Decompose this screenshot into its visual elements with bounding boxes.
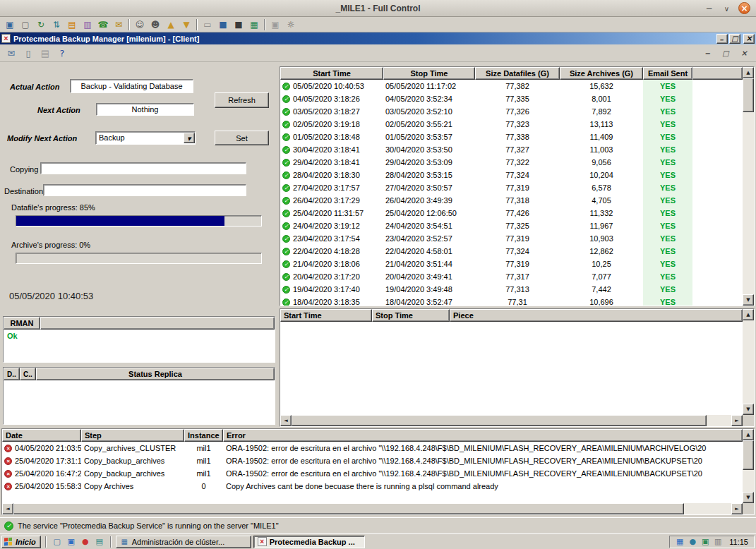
error-row[interactable]: 25/04/2020 15:58:39 Copy Archives 0 Copy… xyxy=(2,480,743,493)
backup-row[interactable]: 20/04/2020 3:17:20 20/04/2020 3:49:41 77… xyxy=(280,270,743,283)
scroll-up-button[interactable] xyxy=(743,309,754,320)
blank-screen-icon[interactable]: ▭ xyxy=(200,18,215,31)
app-maximize-button[interactable] xyxy=(729,34,740,44)
tray-network-icon[interactable]: ▥ xyxy=(712,536,724,548)
error-row[interactable]: 25/04/2020 16:47:24 Copy_backup_archives… xyxy=(2,467,743,480)
quick-launch-internet-icon[interactable]: ▣ xyxy=(65,536,78,548)
next-action-field[interactable]: Nothing xyxy=(96,103,194,116)
rman-column-header[interactable]: RMAN xyxy=(4,317,40,330)
column-piece[interactable]: Piece xyxy=(450,309,743,322)
call-host-icon[interactable]: ☎ xyxy=(96,18,110,31)
backup-row[interactable]: 22/04/2020 4:18:28 22/04/2020 4:58:01 77… xyxy=(280,245,743,258)
remote-close-button[interactable] xyxy=(738,2,750,14)
backup-row[interactable]: 25/04/2020 11:31:57 25/04/2020 12:06:50 … xyxy=(280,207,743,219)
scroll-thumb[interactable] xyxy=(292,415,707,426)
modify-next-action-select[interactable]: Backup xyxy=(95,131,196,145)
copying-field[interactable] xyxy=(40,162,246,174)
backup-row[interactable]: 24/04/2020 3:19:12 24/04/2020 3:54:51 77… xyxy=(280,219,743,232)
scroll-up-button[interactable] xyxy=(743,67,754,78)
scroll-down-button[interactable] xyxy=(743,294,754,306)
error-row[interactable]: 04/05/2020 21:03:57 Copy_archives_CLUSTE… xyxy=(2,442,743,454)
app-titlebar[interactable]: Protecmedia Backup Manager [milenium] - … xyxy=(0,32,756,44)
column-size-datafiles[interactable]: Size Datafiles (G) xyxy=(475,67,560,80)
mdi-minimize-button[interactable] xyxy=(702,48,712,58)
scroll-left-button[interactable] xyxy=(2,503,13,514)
scroll-thumb[interactable] xyxy=(743,78,754,112)
shared-session-icon[interactable]: ☻ xyxy=(148,18,162,31)
help-icon[interactable]: ? xyxy=(54,46,70,60)
column-error[interactable]: Error xyxy=(223,429,743,442)
pieces-horizontal-scrollbar[interactable] xyxy=(280,415,743,426)
backup-row[interactable]: 01/05/2020 3:18:48 01/05/2020 3:53:57 77… xyxy=(280,131,743,143)
errors-vertical-scrollbar[interactable] xyxy=(743,429,754,503)
backup-row[interactable]: 18/04/2020 3:18:35 18/04/2020 3:52:47 77… xyxy=(280,296,743,306)
column-step[interactable]: Step xyxy=(81,429,184,442)
scroll-thumb[interactable] xyxy=(743,440,754,470)
fullscreen-icon[interactable]: ■ xyxy=(216,18,230,31)
copy-screen-icon[interactable]: ▣ xyxy=(268,18,282,31)
replica-column-c[interactable]: C.. xyxy=(20,368,36,380)
set-button[interactable]: Set xyxy=(215,131,269,145)
remote-titlebar[interactable]: _MILE1 - Full Control xyxy=(0,0,756,17)
column-date[interactable]: Date xyxy=(2,429,81,442)
backup-row[interactable]: 19/04/2020 3:17:40 19/04/2020 3:49:48 77… xyxy=(280,283,743,296)
error-row[interactable]: 25/04/2020 17:31:10 Copy_backup_archives… xyxy=(2,454,743,467)
scroll-down-button[interactable] xyxy=(743,404,754,415)
scroll-left-button[interactable] xyxy=(280,415,292,426)
backups-vertical-scrollbar[interactable] xyxy=(743,67,754,306)
quick-launch-explorer-icon[interactable]: ▤ xyxy=(93,536,106,548)
chat-icon[interactable]: ✉ xyxy=(112,18,126,31)
new-connection-icon[interactable]: ▢ xyxy=(18,18,32,31)
quick-launch-media-player-icon[interactable]: ● xyxy=(79,536,92,548)
scroll-down-button[interactable] xyxy=(743,492,754,503)
scroll-up-button[interactable] xyxy=(743,429,754,440)
backup-row[interactable]: 30/04/2020 3:18:41 30/04/2020 3:53:50 77… xyxy=(280,143,743,156)
pieces-vertical-scrollbar[interactable] xyxy=(743,309,754,415)
backup-row[interactable]: 02/05/2020 3:19:18 02/05/2020 3:55:21 77… xyxy=(280,118,743,131)
replica-column-d[interactable]: D.. xyxy=(4,368,20,380)
scroll-right-button[interactable] xyxy=(731,415,743,426)
scroll-right-button[interactable] xyxy=(731,503,743,514)
task-button-cluster-admin[interactable]: Administración de clúster... xyxy=(116,536,251,548)
column-instance[interactable]: Instance xyxy=(184,429,223,442)
settings-icon[interactable]: ☼ xyxy=(284,18,298,31)
view-only-icon[interactable]: ■ xyxy=(232,18,246,31)
backup-row[interactable]: 05/05/2020 10:40:53 05/05/2020 11:17:02 … xyxy=(280,80,743,92)
backup-row[interactable]: 26/04/2020 3:17:29 26/04/2020 3:49:39 77… xyxy=(280,194,743,207)
destination-field[interactable] xyxy=(43,184,246,196)
column-size-archives[interactable]: Size Archives (G) xyxy=(560,67,643,80)
mdi-close-button[interactable] xyxy=(739,48,749,58)
tray-display-icon[interactable]: ▣ xyxy=(700,536,711,548)
backup-row[interactable]: 23/04/2020 3:17:54 23/04/2020 3:52:57 77… xyxy=(280,232,743,245)
app-minimize-button[interactable] xyxy=(716,34,728,44)
backup-row[interactable]: 28/04/2020 3:18:30 28/04/2020 3:53:15 77… xyxy=(280,169,743,181)
remote-minimize-button[interactable] xyxy=(703,2,715,14)
connection-info-icon[interactable]: ▣ xyxy=(3,18,17,31)
remote-restore-button[interactable] xyxy=(721,2,733,14)
send-custom-keys-icon[interactable]: ▤ xyxy=(65,18,79,31)
tray-scheduler-icon[interactable]: ▦ xyxy=(674,536,685,548)
backup-row[interactable]: 27/04/2020 3:17:57 27/04/2020 3:50:57 77… xyxy=(280,181,743,194)
app-icon[interactable] xyxy=(1,34,11,43)
mdi-restore-button[interactable] xyxy=(721,48,731,58)
backup-row[interactable]: 29/04/2020 3:18:41 29/04/2020 3:53:09 77… xyxy=(280,156,743,169)
column-piece-stop-time[interactable]: Stop Time xyxy=(372,309,450,322)
backup-row[interactable]: 21/04/2020 3:18:06 21/04/2020 3:51:44 77… xyxy=(280,258,743,270)
errors-horizontal-scrollbar[interactable] xyxy=(2,503,743,514)
actual-action-field[interactable]: Backup - Validating Database xyxy=(70,79,193,93)
replica-column-status[interactable]: Status Replica xyxy=(36,368,275,380)
delete-icon[interactable]: ▯ xyxy=(20,46,36,60)
start-button[interactable]: Inicio xyxy=(1,536,41,548)
refresh-screen-icon[interactable]: ↻ xyxy=(34,18,48,31)
backup-row[interactable]: 03/05/2020 3:18:27 03/05/2020 3:52:10 77… xyxy=(280,105,743,118)
column-stop-time[interactable]: Stop Time xyxy=(383,67,475,80)
backup-row[interactable]: 04/05/2020 3:18:26 04/05/2020 3:52:34 77… xyxy=(280,92,743,105)
file-download-icon[interactable]: ▼ xyxy=(179,18,193,31)
file-upload-icon[interactable]: ▲ xyxy=(164,18,178,31)
user-session-icon[interactable]: ☺ xyxy=(133,18,147,31)
app-close-button[interactable] xyxy=(743,34,755,44)
column-start-time[interactable]: Start Time xyxy=(280,67,383,80)
send-report-icon[interactable]: ✉ xyxy=(4,46,19,60)
screenshot-icon[interactable]: ▦ xyxy=(247,18,261,31)
column-email-sent[interactable]: Email Sent xyxy=(643,67,692,80)
